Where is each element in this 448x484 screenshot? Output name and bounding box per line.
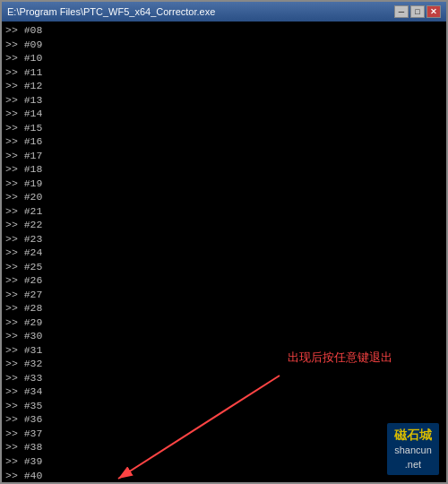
- console-output: >> #08>> #09>> #10>> #11>> #12>> #13>> #…: [5, 23, 443, 480]
- console-line: >> #32: [5, 357, 443, 371]
- console-line: >> #30: [5, 329, 443, 343]
- console-line: >> #38: [5, 440, 443, 454]
- close-button[interactable]: ✕: [426, 5, 441, 18]
- console-line: >> #09: [5, 38, 443, 52]
- console-line: >> #11: [5, 65, 443, 80]
- console-line: >> #27: [5, 288, 443, 302]
- console-line: >> #36: [5, 412, 443, 427]
- console-line: >> #24: [5, 246, 443, 260]
- console-line: >> #22: [5, 218, 443, 232]
- console-line: >> #40: [5, 469, 443, 481]
- console-line: >> #29: [5, 315, 443, 330]
- window-title: E:\Program Files\PTC_WF5_x64_Corrector.e…: [7, 6, 215, 17]
- console-line: >> #35: [5, 399, 443, 413]
- console-area: >> #08>> #09>> #10>> #11>> #12>> #13>> #…: [2, 22, 446, 482]
- console-line: >> #19: [5, 177, 443, 191]
- window-controls: ─ □ ✕: [394, 5, 441, 18]
- console-line: >> #39: [5, 454, 443, 469]
- console-line: >> #34: [5, 385, 443, 399]
- application-window: E:\Program Files\PTC_WF5_x64_Corrector.e…: [0, 0, 448, 484]
- console-line: >> #10: [5, 51, 443, 65]
- console-line: >> #14: [5, 107, 443, 121]
- console-line: >> #26: [5, 273, 443, 288]
- console-line: >> #13: [5, 93, 443, 108]
- console-line: >> #12: [5, 79, 443, 93]
- title-bar: E:\Program Files\PTC_WF5_x64_Corrector.e…: [2, 2, 446, 22]
- console-line: >> #18: [5, 162, 443, 177]
- maximize-button[interactable]: □: [410, 5, 425, 18]
- minimize-button[interactable]: ─: [394, 5, 409, 18]
- console-line: >> #15: [5, 121, 443, 135]
- console-line: >> #17: [5, 149, 443, 163]
- console-line: >> #37: [5, 427, 443, 441]
- console-line: >> #21: [5, 204, 443, 219]
- console-line: >> #33: [5, 371, 443, 385]
- console-line: >> #28: [5, 301, 443, 315]
- console-line: >> #23: [5, 232, 443, 246]
- console-line: >> #31: [5, 343, 443, 358]
- console-line: >> #25: [5, 260, 443, 274]
- console-line: >> #16: [5, 134, 443, 149]
- console-line: >> #20: [5, 190, 443, 204]
- console-line: >> #08: [5, 23, 443, 38]
